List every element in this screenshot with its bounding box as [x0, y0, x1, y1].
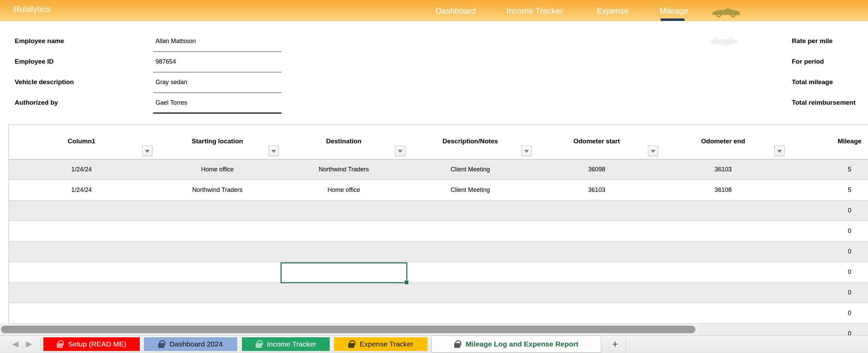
cell-destination[interactable]: Home office [281, 180, 407, 200]
column-header-odometer-end: Odometer end [660, 125, 786, 159]
cell-odometer-end[interactable] [660, 303, 786, 323]
for-period-label: For period [792, 58, 824, 65]
nav-dashboard[interactable]: Dashboard [436, 6, 476, 16]
filter-dropdown-icon[interactable] [648, 146, 658, 156]
nav-expense[interactable]: Expense [597, 6, 629, 16]
cell-description[interactable] [407, 283, 533, 303]
cell-date[interactable] [9, 200, 154, 221]
cell-odometer-start[interactable] [533, 283, 660, 303]
lock-icon [256, 343, 262, 348]
cell-description[interactable]: Client Meeting [407, 159, 533, 180]
employee-id-value[interactable]: 987654 [155, 58, 176, 65]
cell-starting-location[interactable]: Home office [154, 159, 281, 180]
cell-starting-location[interactable]: Northwind Traders [154, 180, 281, 200]
filter-dropdown-icon[interactable] [142, 146, 152, 156]
cell-mileage[interactable]: 5 [786, 180, 868, 200]
cell-starting-location[interactable] [154, 262, 281, 282]
table-row: 0 [9, 283, 868, 303]
cell-mileage[interactable]: 0 [786, 241, 868, 262]
cell-starting-location[interactable] [154, 241, 281, 262]
cell-odometer-start[interactable] [533, 200, 660, 221]
cell-odometer-end[interactable]: 36108 [660, 180, 786, 200]
authorized-by-value[interactable]: Gael Torres [155, 99, 187, 106]
filter-dropdown-icon[interactable] [521, 146, 532, 156]
cell-odometer-end[interactable] [660, 283, 786, 303]
cell-starting-location[interactable] [154, 283, 281, 303]
cell-date[interactable] [9, 303, 154, 323]
cell-description[interactable] [407, 303, 533, 323]
cell-mileage[interactable]: 0 [786, 221, 868, 241]
sheet-tab-bar: ◀ ▶ Setup (READ ME) Dashboard 2024 Incom… [0, 335, 868, 353]
cell-destination[interactable]: Northwind Traders [281, 159, 407, 180]
nav-income-tracker[interactable]: Income Tracker [506, 6, 563, 16]
cell-odometer-start[interactable]: 36103 [533, 180, 660, 200]
sheet-tab-setup[interactable]: Setup (READ ME) [43, 337, 140, 351]
column-header-odometer-start: Odometer start [533, 125, 660, 159]
employee-name-value[interactable]: Allan Mattsson [155, 38, 196, 45]
car-watermark-icon [707, 35, 739, 48]
cell-description[interactable] [407, 241, 533, 262]
cell-date[interactable] [9, 262, 154, 282]
cell-mileage[interactable]: 0 [786, 200, 868, 221]
cell-odometer-start[interactable] [533, 262, 660, 282]
table-row: 1/24/24 Home office Northwind Traders Cl… [9, 159, 868, 180]
cell-mileage[interactable]: 0 [786, 283, 868, 303]
cell-description[interactable] [407, 262, 533, 282]
sheet-tab-income-tracker[interactable]: Income Tracker [242, 337, 330, 351]
cell-odometer-end[interactable] [660, 262, 786, 282]
employee-name-label: Employee name [15, 37, 64, 45]
table-row: 0 [9, 303, 868, 324]
tab-scroll-left-icon[interactable]: ◀ [12, 339, 18, 349]
add-sheet-button[interactable]: + [608, 338, 623, 351]
vehicle-description-value[interactable]: Gray sedan [155, 79, 187, 86]
convertible-car-icon [711, 7, 741, 19]
sheet-tab-expense-tracker[interactable]: Expense Tracker [334, 337, 428, 351]
cell-destination[interactable] [281, 200, 407, 221]
cell-mileage[interactable]: 0 [786, 324, 868, 335]
filter-dropdown-icon[interactable] [395, 146, 405, 156]
cell-destination[interactable] [281, 303, 407, 323]
table-header-row: Column1 Starting location Destination De… [9, 125, 868, 159]
cell-odometer-end[interactable] [660, 200, 786, 221]
lock-icon [454, 343, 460, 348]
cell-destination[interactable] [281, 241, 407, 262]
table-row: 0 [9, 200, 868, 221]
cell-odometer-start[interactable] [533, 241, 660, 262]
cell-mileage[interactable]: 0 [786, 303, 868, 323]
tab-scroll-right-icon[interactable]: ▶ [26, 339, 32, 349]
sheet-tab-dashboard-2024[interactable]: Dashboard 2024 [144, 337, 237, 351]
cell-odometer-end[interactable] [660, 241, 786, 262]
cell-starting-location[interactable] [154, 303, 281, 323]
cell-starting-location[interactable] [154, 200, 281, 221]
app-header-bar: Rubilytics Dashboard Income Tracker Expe… [0, 0, 868, 21]
cell-description[interactable] [407, 221, 533, 241]
horizontal-scrollbar-track[interactable] [0, 324, 699, 335]
cell-date[interactable] [9, 221, 154, 241]
field-underline [153, 113, 282, 114]
cell-mileage[interactable]: 0 [786, 262, 868, 282]
horizontal-scrollbar-thumb[interactable] [1, 326, 695, 333]
lock-icon [348, 343, 354, 348]
cell-date[interactable]: 1/24/24 [9, 180, 154, 200]
cell-odometer-end[interactable]: 36103 [660, 159, 786, 180]
sheet-tab-mileage-log-active[interactable]: Mileage Log and Expense Report [432, 336, 601, 352]
cell-description[interactable] [407, 200, 533, 221]
cell-odometer-start[interactable] [533, 221, 660, 241]
rate-per-mile-label: Rate per mile [792, 37, 832, 45]
cell-date[interactable] [9, 241, 154, 262]
field-underline [153, 92, 282, 93]
cell-date[interactable]: 1/24/24 [9, 159, 154, 180]
cell-date[interactable] [9, 283, 154, 303]
cell-description[interactable]: Client Meeting [407, 180, 533, 200]
cell-odometer-start[interactable]: 36098 [533, 159, 660, 180]
nav-mileage[interactable]: Mileage [660, 6, 688, 16]
cell-odometer-start[interactable] [533, 303, 660, 323]
cell-mileage[interactable]: 5 [786, 159, 868, 180]
cell-starting-location[interactable] [154, 221, 281, 241]
cell-destination[interactable] [281, 221, 407, 241]
filter-dropdown-icon[interactable] [269, 146, 279, 156]
cell-destination[interactable] [281, 283, 407, 303]
cell-odometer-end[interactable] [660, 221, 786, 241]
selected-cell[interactable] [281, 262, 407, 283]
filter-dropdown-icon[interactable] [774, 146, 785, 156]
